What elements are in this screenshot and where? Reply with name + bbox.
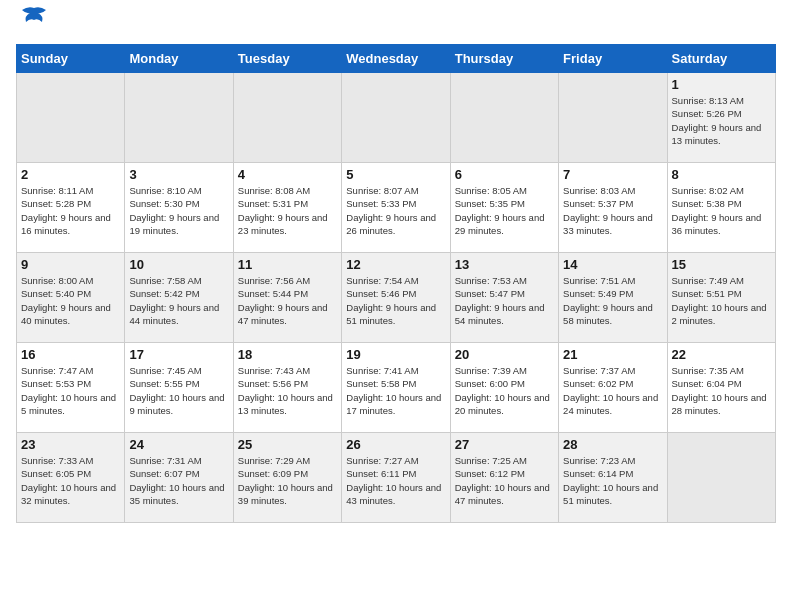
calendar-day-cell xyxy=(667,433,775,523)
day-number: 23 xyxy=(21,437,120,452)
calendar-day-cell: 28Sunrise: 7:23 AM Sunset: 6:14 PM Dayli… xyxy=(559,433,667,523)
day-info: Sunrise: 7:49 AM Sunset: 5:51 PM Dayligh… xyxy=(672,274,771,327)
day-number: 8 xyxy=(672,167,771,182)
day-number: 3 xyxy=(129,167,228,182)
day-number: 10 xyxy=(129,257,228,272)
calendar-day-cell: 24Sunrise: 7:31 AM Sunset: 6:07 PM Dayli… xyxy=(125,433,233,523)
day-info: Sunrise: 8:11 AM Sunset: 5:28 PM Dayligh… xyxy=(21,184,120,237)
day-info: Sunrise: 7:43 AM Sunset: 5:56 PM Dayligh… xyxy=(238,364,337,417)
day-info: Sunrise: 7:53 AM Sunset: 5:47 PM Dayligh… xyxy=(455,274,554,327)
calendar-day-cell: 27Sunrise: 7:25 AM Sunset: 6:12 PM Dayli… xyxy=(450,433,558,523)
day-number: 25 xyxy=(238,437,337,452)
day-number: 6 xyxy=(455,167,554,182)
weekday-header-wednesday: Wednesday xyxy=(342,45,450,73)
day-number: 7 xyxy=(563,167,662,182)
calendar-day-cell: 25Sunrise: 7:29 AM Sunset: 6:09 PM Dayli… xyxy=(233,433,341,523)
weekday-header-thursday: Thursday xyxy=(450,45,558,73)
day-number: 5 xyxy=(346,167,445,182)
day-info: Sunrise: 8:00 AM Sunset: 5:40 PM Dayligh… xyxy=(21,274,120,327)
day-info: Sunrise: 7:56 AM Sunset: 5:44 PM Dayligh… xyxy=(238,274,337,327)
calendar-day-cell xyxy=(559,73,667,163)
calendar-day-cell: 6Sunrise: 8:05 AM Sunset: 5:35 PM Daylig… xyxy=(450,163,558,253)
day-info: Sunrise: 8:10 AM Sunset: 5:30 PM Dayligh… xyxy=(129,184,228,237)
day-number: 12 xyxy=(346,257,445,272)
day-number: 20 xyxy=(455,347,554,362)
calendar-day-cell: 7Sunrise: 8:03 AM Sunset: 5:37 PM Daylig… xyxy=(559,163,667,253)
day-info: Sunrise: 7:33 AM Sunset: 6:05 PM Dayligh… xyxy=(21,454,120,507)
day-number: 19 xyxy=(346,347,445,362)
calendar-day-cell xyxy=(342,73,450,163)
day-info: Sunrise: 7:51 AM Sunset: 5:49 PM Dayligh… xyxy=(563,274,662,327)
calendar-day-cell: 12Sunrise: 7:54 AM Sunset: 5:46 PM Dayli… xyxy=(342,253,450,343)
calendar-day-cell: 4Sunrise: 8:08 AM Sunset: 5:31 PM Daylig… xyxy=(233,163,341,253)
day-number: 16 xyxy=(21,347,120,362)
calendar-day-cell xyxy=(17,73,125,163)
logo-bird-icon xyxy=(20,6,48,36)
day-number: 27 xyxy=(455,437,554,452)
day-info: Sunrise: 7:41 AM Sunset: 5:58 PM Dayligh… xyxy=(346,364,445,417)
day-number: 24 xyxy=(129,437,228,452)
calendar-day-cell xyxy=(450,73,558,163)
weekday-header-saturday: Saturday xyxy=(667,45,775,73)
calendar-day-cell xyxy=(125,73,233,163)
calendar-week-row: 2Sunrise: 8:11 AM Sunset: 5:28 PM Daylig… xyxy=(17,163,776,253)
day-number: 22 xyxy=(672,347,771,362)
day-number: 4 xyxy=(238,167,337,182)
calendar-day-cell: 9Sunrise: 8:00 AM Sunset: 5:40 PM Daylig… xyxy=(17,253,125,343)
day-info: Sunrise: 8:13 AM Sunset: 5:26 PM Dayligh… xyxy=(672,94,771,147)
day-number: 14 xyxy=(563,257,662,272)
day-info: Sunrise: 7:31 AM Sunset: 6:07 PM Dayligh… xyxy=(129,454,228,507)
calendar-day-cell: 22Sunrise: 7:35 AM Sunset: 6:04 PM Dayli… xyxy=(667,343,775,433)
calendar-week-row: 1Sunrise: 8:13 AM Sunset: 5:26 PM Daylig… xyxy=(17,73,776,163)
day-info: Sunrise: 7:35 AM Sunset: 6:04 PM Dayligh… xyxy=(672,364,771,417)
calendar-day-cell: 2Sunrise: 8:11 AM Sunset: 5:28 PM Daylig… xyxy=(17,163,125,253)
day-info: Sunrise: 8:03 AM Sunset: 5:37 PM Dayligh… xyxy=(563,184,662,237)
calendar-day-cell: 20Sunrise: 7:39 AM Sunset: 6:00 PM Dayli… xyxy=(450,343,558,433)
weekday-header-friday: Friday xyxy=(559,45,667,73)
day-info: Sunrise: 7:23 AM Sunset: 6:14 PM Dayligh… xyxy=(563,454,662,507)
calendar-day-cell: 11Sunrise: 7:56 AM Sunset: 5:44 PM Dayli… xyxy=(233,253,341,343)
weekday-header-tuesday: Tuesday xyxy=(233,45,341,73)
calendar-table: SundayMondayTuesdayWednesdayThursdayFrid… xyxy=(16,44,776,523)
day-info: Sunrise: 7:39 AM Sunset: 6:00 PM Dayligh… xyxy=(455,364,554,417)
calendar-day-cell: 19Sunrise: 7:41 AM Sunset: 5:58 PM Dayli… xyxy=(342,343,450,433)
day-number: 13 xyxy=(455,257,554,272)
day-number: 9 xyxy=(21,257,120,272)
calendar-day-cell: 13Sunrise: 7:53 AM Sunset: 5:47 PM Dayli… xyxy=(450,253,558,343)
day-info: Sunrise: 7:47 AM Sunset: 5:53 PM Dayligh… xyxy=(21,364,120,417)
calendar-day-cell: 3Sunrise: 8:10 AM Sunset: 5:30 PM Daylig… xyxy=(125,163,233,253)
day-number: 17 xyxy=(129,347,228,362)
calendar-day-cell: 1Sunrise: 8:13 AM Sunset: 5:26 PM Daylig… xyxy=(667,73,775,163)
calendar-week-row: 16Sunrise: 7:47 AM Sunset: 5:53 PM Dayli… xyxy=(17,343,776,433)
weekday-header-monday: Monday xyxy=(125,45,233,73)
day-number: 11 xyxy=(238,257,337,272)
calendar-day-cell: 16Sunrise: 7:47 AM Sunset: 5:53 PM Dayli… xyxy=(17,343,125,433)
day-number: 15 xyxy=(672,257,771,272)
day-info: Sunrise: 7:37 AM Sunset: 6:02 PM Dayligh… xyxy=(563,364,662,417)
day-info: Sunrise: 7:25 AM Sunset: 6:12 PM Dayligh… xyxy=(455,454,554,507)
day-number: 28 xyxy=(563,437,662,452)
day-info: Sunrise: 7:58 AM Sunset: 5:42 PM Dayligh… xyxy=(129,274,228,327)
weekday-header-sunday: Sunday xyxy=(17,45,125,73)
calendar-day-cell xyxy=(233,73,341,163)
calendar-day-cell: 26Sunrise: 7:27 AM Sunset: 6:11 PM Dayli… xyxy=(342,433,450,523)
calendar-week-row: 9Sunrise: 8:00 AM Sunset: 5:40 PM Daylig… xyxy=(17,253,776,343)
calendar-day-cell: 10Sunrise: 7:58 AM Sunset: 5:42 PM Dayli… xyxy=(125,253,233,343)
calendar-day-cell: 18Sunrise: 7:43 AM Sunset: 5:56 PM Dayli… xyxy=(233,343,341,433)
day-number: 26 xyxy=(346,437,445,452)
calendar-day-cell: 14Sunrise: 7:51 AM Sunset: 5:49 PM Dayli… xyxy=(559,253,667,343)
day-number: 1 xyxy=(672,77,771,92)
weekday-header-row: SundayMondayTuesdayWednesdayThursdayFrid… xyxy=(17,45,776,73)
calendar-day-cell: 23Sunrise: 7:33 AM Sunset: 6:05 PM Dayli… xyxy=(17,433,125,523)
calendar-week-row: 23Sunrise: 7:33 AM Sunset: 6:05 PM Dayli… xyxy=(17,433,776,523)
day-info: Sunrise: 8:02 AM Sunset: 5:38 PM Dayligh… xyxy=(672,184,771,237)
day-info: Sunrise: 7:29 AM Sunset: 6:09 PM Dayligh… xyxy=(238,454,337,507)
logo xyxy=(16,16,48,36)
calendar-day-cell: 15Sunrise: 7:49 AM Sunset: 5:51 PM Dayli… xyxy=(667,253,775,343)
day-number: 21 xyxy=(563,347,662,362)
page-header xyxy=(16,16,776,36)
day-info: Sunrise: 7:54 AM Sunset: 5:46 PM Dayligh… xyxy=(346,274,445,327)
calendar-day-cell: 8Sunrise: 8:02 AM Sunset: 5:38 PM Daylig… xyxy=(667,163,775,253)
day-info: Sunrise: 8:05 AM Sunset: 5:35 PM Dayligh… xyxy=(455,184,554,237)
day-info: Sunrise: 7:45 AM Sunset: 5:55 PM Dayligh… xyxy=(129,364,228,417)
